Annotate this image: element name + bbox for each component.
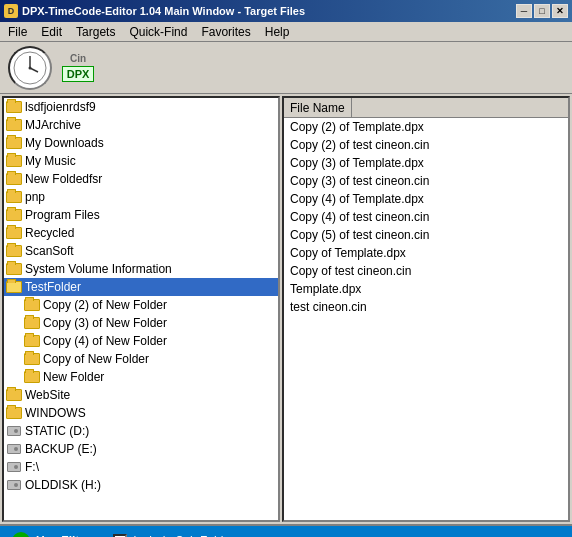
tree-item-label: lsdfjoienrdsf9	[25, 100, 96, 114]
tree-item-label: Recycled	[25, 226, 74, 240]
folder-icon	[6, 137, 22, 149]
folder-icon	[24, 299, 40, 311]
tree-item[interactable]: ScanSoft	[4, 242, 278, 260]
tree-item[interactable]: Program Files	[4, 206, 278, 224]
folder-icon	[24, 371, 40, 383]
menu-bar: File Edit Targets Quick-Find Favorites H…	[0, 22, 572, 42]
drive-icon	[6, 461, 22, 473]
drive-icon	[6, 425, 22, 437]
tree-item[interactable]: pnp	[4, 188, 278, 206]
file-list[interactable]: File Name Copy (2) of Template.dpxCopy (…	[282, 96, 570, 522]
tree-item[interactable]: System Volume Information	[4, 260, 278, 278]
tree-item-label: Copy (4) of New Folder	[43, 334, 167, 348]
file-item[interactable]: Copy of test cineon.cin	[284, 262, 568, 280]
file-item[interactable]: Copy (3) of Template.dpx	[284, 154, 568, 172]
file-item[interactable]: Copy (2) of Template.dpx	[284, 118, 568, 136]
filter-icon: ↑	[12, 532, 30, 537]
column-filename[interactable]: File Name	[284, 98, 352, 117]
dpx-label: DPX	[62, 66, 95, 82]
tree-item-label: New Folder	[43, 370, 104, 384]
folder-icon	[6, 389, 22, 401]
window-controls: ─ □ ✕	[516, 4, 568, 18]
tree-item-label: BACKUP (E:)	[25, 442, 97, 456]
tree-item-label: Program Files	[25, 208, 100, 222]
tree-item-label: Copy (2) of New Folder	[43, 298, 167, 312]
tree-item[interactable]: Copy (3) of New Folder	[4, 314, 278, 332]
tree-item[interactable]: MJArchive	[4, 116, 278, 134]
file-item[interactable]: test cineon.cin	[284, 298, 568, 316]
folder-icon	[6, 101, 22, 113]
menu-edit[interactable]: Edit	[35, 23, 68, 41]
folder-icon	[6, 119, 22, 131]
tree-item[interactable]: TestFolder	[4, 278, 278, 296]
clock-widget	[8, 46, 52, 90]
file-item[interactable]: Template.dpx	[284, 280, 568, 298]
window-title: DPX-TimeCode-Editor 1.04 Main Window - T…	[22, 5, 305, 17]
tree-item[interactable]: New Foldedfsr	[4, 170, 278, 188]
tree-item[interactable]: Copy (2) of New Folder	[4, 296, 278, 314]
file-item[interactable]: Copy (2) of test cineon.cin	[284, 136, 568, 154]
tree-item[interactable]: BACKUP (E:)	[4, 440, 278, 458]
folder-icon	[6, 173, 22, 185]
tree-item-label: pnp	[25, 190, 45, 204]
drive-icon	[6, 443, 22, 455]
folder-icon	[6, 263, 22, 275]
minimize-button[interactable]: ─	[516, 4, 532, 18]
tree-item[interactable]: WINDOWS	[4, 404, 278, 422]
toolbar: Cin DPX	[0, 42, 572, 94]
tree-item-label: System Volume Information	[25, 262, 172, 276]
tree-item[interactable]: My Downloads	[4, 134, 278, 152]
tree-item[interactable]: F:\	[4, 458, 278, 476]
tree-item-label: F:\	[25, 460, 39, 474]
svg-point-3	[29, 66, 32, 69]
menu-help[interactable]: Help	[259, 23, 296, 41]
file-list-header: File Name	[284, 98, 568, 118]
folder-icon	[24, 353, 40, 365]
tree-item[interactable]: Copy of New Folder	[4, 350, 278, 368]
title-bar: D DPX-TimeCode-Editor 1.04 Main Window -…	[0, 0, 572, 22]
cin-label: Cin	[70, 53, 86, 64]
tree-item[interactable]: My Music	[4, 152, 278, 170]
file-item[interactable]: Copy of Template.dpx	[284, 244, 568, 262]
main-content: lsdfjoienrdsf9MJArchiveMy DownloadsMy Mu…	[0, 94, 572, 524]
menu-targets[interactable]: Targets	[70, 23, 121, 41]
folder-icon	[24, 335, 40, 347]
tree-item[interactable]: lsdfjoienrdsf9	[4, 98, 278, 116]
tree-item-label: MJArchive	[25, 118, 81, 132]
tree-item[interactable]: New Folder	[4, 368, 278, 386]
folder-icon	[6, 407, 22, 419]
folder-icon	[24, 317, 40, 329]
title-bar-left: D DPX-TimeCode-Editor 1.04 Main Window -…	[4, 4, 305, 18]
tree-item-label: TestFolder	[25, 280, 81, 294]
tree-item-label: OLDDISK (H:)	[25, 478, 101, 492]
folder-icon	[6, 155, 22, 167]
tree-item[interactable]: Recycled	[4, 224, 278, 242]
dpx-badge: Cin DPX	[60, 46, 96, 90]
folder-icon	[6, 209, 22, 221]
tree-item[interactable]: WebSite	[4, 386, 278, 404]
maximize-button[interactable]: □	[534, 4, 550, 18]
tree-item-label: My Downloads	[25, 136, 104, 150]
folder-icon	[6, 245, 22, 257]
menu-quickfind[interactable]: Quick-Find	[123, 23, 193, 41]
menu-file[interactable]: File	[2, 23, 33, 41]
file-item[interactable]: Copy (3) of test cineon.cin	[284, 172, 568, 190]
folder-icon	[6, 227, 22, 239]
file-item[interactable]: Copy (4) of test cineon.cin	[284, 208, 568, 226]
file-item[interactable]: Copy (5) of test cineon.cin	[284, 226, 568, 244]
tree-item-label: My Music	[25, 154, 76, 168]
tree-item-label: ScanSoft	[25, 244, 74, 258]
use-filters-button[interactable]: ↑ Use Filters	[12, 532, 97, 537]
folder-tree[interactable]: lsdfjoienrdsf9MJArchiveMy DownloadsMy Mu…	[2, 96, 280, 522]
tree-item-label: WebSite	[25, 388, 70, 402]
bottom-bar: ↑ Use Filters Include Sub Folders	[0, 524, 572, 537]
close-button[interactable]: ✕	[552, 4, 568, 18]
menu-favorites[interactable]: Favorites	[195, 23, 256, 41]
tree-item[interactable]: OLDDISK (H:)	[4, 476, 278, 494]
tree-item[interactable]: STATIC (D:)	[4, 422, 278, 440]
tree-item-label: Copy of New Folder	[43, 352, 149, 366]
tree-item[interactable]: Copy (4) of New Folder	[4, 332, 278, 350]
folder-icon	[6, 281, 22, 293]
file-item[interactable]: Copy (4) of Template.dpx	[284, 190, 568, 208]
app-icon: D	[4, 4, 18, 18]
